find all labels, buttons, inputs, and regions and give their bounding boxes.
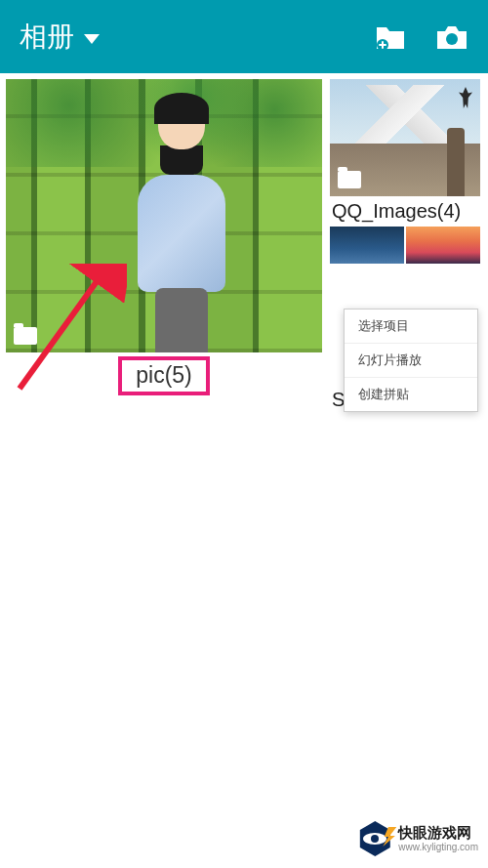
menu-item-slideshow[interactable]: 幻灯片播放 — [345, 344, 477, 378]
svg-point-1 — [446, 33, 458, 45]
folder-icon — [338, 171, 361, 188]
header-title: 相册 — [20, 19, 74, 56]
thumb-clouds[interactable] — [330, 227, 404, 264]
header-title-dropdown[interactable]: 相册 — [20, 19, 100, 56]
album-screenshots[interactable]: 选择项目 幻灯片播放 创建拼贴 Screenshots(8) — [330, 268, 480, 415]
watermark: 快眼游戏网 www.kyligting.com — [357, 821, 478, 856]
album-right-column: QQ_Images(4) 选择项目 幻灯片播放 创建拼贴 Screenshots… — [330, 79, 480, 415]
camera-icon[interactable] — [435, 23, 468, 51]
album-pic[interactable]: pic(5) — [6, 79, 322, 415]
folder-icon — [14, 327, 37, 345]
album-qq-thumbnail[interactable] — [330, 79, 480, 196]
watermark-url: www.kyligting.com — [398, 842, 478, 852]
context-menu: 选择项目 幻灯片播放 创建拼贴 — [344, 309, 478, 412]
watermark-name: 快眼游戏网 — [398, 825, 478, 842]
album-qq-images[interactable]: QQ_Images(4) — [330, 79, 480, 264]
dropdown-arrow-icon — [84, 34, 100, 44]
album-qq-subthumbs — [330, 227, 480, 264]
album-pic-thumbnail[interactable] — [6, 79, 322, 352]
header-actions — [375, 23, 468, 51]
album-grid: pic(5) QQ_Images(4) 选择项目 幻灯片播放 — [0, 73, 488, 421]
watermark-logo-icon — [357, 821, 392, 856]
thumb-sunset[interactable] — [406, 227, 480, 264]
album-screenshots-thumbnail[interactable]: 选择项目 幻灯片播放 创建拼贴 — [330, 268, 480, 385]
album-qq-label: QQ_Images(4) — [330, 196, 480, 227]
app-header: 相册 — [0, 0, 488, 73]
add-folder-icon[interactable] — [375, 23, 406, 51]
menu-item-collage[interactable]: 创建拼贴 — [345, 378, 477, 411]
menu-item-select[interactable]: 选择项目 — [345, 310, 477, 344]
album-pic-label: pic(5) — [118, 356, 210, 395]
